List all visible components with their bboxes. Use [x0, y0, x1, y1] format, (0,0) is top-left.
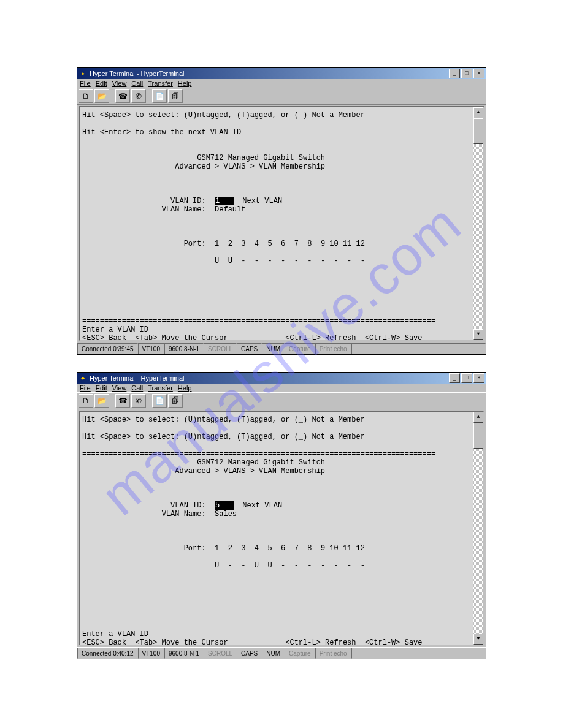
hint-line-2: Hit <Space> to select: (U)ntagged, (T)ag…	[82, 433, 365, 441]
terminal-output[interactable]: Hit <Space> to select: (U)ntagged, (T)ag…	[79, 411, 484, 646]
device-header: GSM712 Managed Gigabit Switch	[197, 154, 325, 162]
menu-view[interactable]: View	[112, 80, 127, 87]
hint-line-2: Hit <Enter> to show the next VLAN ID	[82, 128, 241, 137]
hint-line-1: Hit <Space> to select: (U)ntagged, (T)ag…	[82, 415, 365, 424]
menu-file[interactable]: File	[80, 384, 91, 392]
scroll-up-icon[interactable]: ▲	[473, 107, 483, 118]
menu-file[interactable]: File	[80, 80, 91, 87]
port-label: Port:	[184, 544, 206, 553]
titlebar[interactable]: ✦ Hyper Terminal - HyperTerminal _ □ ×	[77, 373, 486, 384]
menubar: File Edit View Call Transfer Help	[77, 384, 486, 392]
port-label: Port:	[184, 240, 206, 248]
statusbar: Connected 0:39:45 VT100 9600 8-N-1 SCROL…	[77, 343, 486, 354]
minimize-button[interactable]: _	[449, 69, 460, 78]
menu-call[interactable]: Call	[131, 80, 143, 87]
vertical-scrollbar[interactable]: ▲ ▼	[473, 412, 483, 645]
vlan-name-label: VLAN Name:	[162, 510, 206, 518]
menu-help[interactable]: Help	[178, 384, 192, 392]
vlan-id-label: VLAN ID:	[170, 501, 206, 510]
toolbar: 🗋 📂 ☎ ✆ 📄 🗐	[77, 88, 486, 105]
status-port: 9600 8-N-1	[164, 343, 204, 354]
status-scroll: SCROLL	[204, 648, 237, 659]
maximize-button[interactable]: □	[461, 69, 472, 78]
properties-icon[interactable]: 🗐	[168, 89, 183, 103]
titlebar[interactable]: ✦ Hyper Terminal - HyperTerminal _ □ ×	[77, 68, 486, 79]
vlan-name-label: VLAN Name:	[162, 205, 206, 214]
hint-line-1: Hit <Space> to select: (U)ntagged, (T)ag…	[82, 111, 365, 119]
terminal-output[interactable]: Hit <Space> to select: (U)ntagged, (T)ag…	[79, 106, 484, 341]
new-icon[interactable]: 🗋	[79, 89, 93, 103]
vlan-id-field[interactable]: 5	[215, 501, 234, 510]
footer-prompt: Enter a VLAN ID	[82, 630, 148, 639]
breadcrumb: Advanced > VLANS > VLAN Membership	[175, 162, 325, 171]
send-icon[interactable]: 📄	[152, 394, 167, 408]
status-caps: CAPS	[237, 648, 262, 659]
connect-icon[interactable]: ☎	[115, 89, 130, 103]
close-button[interactable]: ×	[473, 69, 484, 78]
scroll-up-icon[interactable]: ▲	[473, 412, 483, 423]
footer-prompt: Enter a VLAN ID	[82, 325, 148, 334]
status-emulation: VT100	[138, 343, 164, 354]
app-icon: ✦	[79, 374, 87, 382]
open-icon[interactable]: 📂	[94, 394, 109, 408]
footer-right: <Ctrl-L> Refresh <Ctrl-W> Save	[285, 639, 422, 646]
status-scroll: SCROLL	[204, 343, 237, 354]
menu-edit[interactable]: Edit	[96, 384, 107, 392]
scroll-thumb[interactable]	[473, 423, 483, 449]
vlan-id-field[interactable]: 1	[215, 197, 234, 205]
new-icon[interactable]: 🗋	[79, 394, 93, 408]
status-emulation: VT100	[138, 648, 164, 659]
hyperterminal-window-0: ✦ Hyper Terminal - HyperTerminal _ □ × F…	[77, 67, 486, 355]
close-button[interactable]: ×	[473, 373, 484, 383]
status-connected: Connected 0:40:12	[77, 648, 138, 659]
port-values[interactable]: U U - - - - - - - - - -	[215, 257, 365, 265]
footer-left: <ESC> Back <Tab> Move the Cursor	[82, 639, 228, 646]
status-capture: Capture	[285, 648, 315, 659]
menu-edit[interactable]: Edit	[96, 80, 107, 87]
menu-view[interactable]: View	[112, 384, 127, 392]
breadcrumb: Advanced > VLANS > VLAN Membership	[175, 467, 325, 476]
scroll-thumb[interactable]	[473, 118, 483, 144]
disconnect-icon[interactable]: ✆	[131, 394, 146, 408]
next-vlan-label: Next VLAN	[242, 501, 282, 510]
toolbar: 🗋 📂 ☎ ✆ 📄 🗐	[77, 392, 486, 409]
port-numbers: 1 2 3 4 5 6 7 8 9 10 11 12	[215, 544, 365, 553]
hyperterminal-window-1: ✦ Hyper Terminal - HyperTerminal _ □ × F…	[77, 372, 486, 659]
vlan-name-value: Default	[215, 205, 245, 214]
port-values[interactable]: U - - U U - - - - - - -	[215, 561, 365, 570]
send-icon[interactable]: 📄	[152, 89, 167, 103]
vlan-name-value: Sales	[215, 510, 237, 518]
scroll-track[interactable]	[473, 118, 483, 329]
scroll-down-icon[interactable]: ▼	[473, 634, 483, 645]
app-icon: ✦	[79, 69, 87, 78]
device-header: GSM712 Managed Gigabit Switch	[197, 458, 325, 467]
status-printecho: Print echo	[315, 648, 351, 659]
vertical-scrollbar[interactable]: ▲ ▼	[473, 107, 483, 340]
open-icon[interactable]: 📂	[94, 89, 109, 103]
status-num: NUM	[262, 648, 285, 659]
footer-right: <Ctrl-L> Refresh <Ctrl-W> Save	[285, 334, 422, 341]
scroll-track[interactable]	[473, 423, 483, 634]
status-num: NUM	[262, 343, 285, 354]
statusbar: Connected 0:40:12 VT100 9600 8-N-1 SCROL…	[77, 647, 486, 659]
page-footer-rule	[77, 677, 486, 677]
status-port: 9600 8-N-1	[164, 648, 204, 659]
menu-transfer[interactable]: Transfer	[148, 80, 173, 87]
next-vlan-label: Next VLAN	[242, 197, 282, 205]
status-capture: Capture	[285, 343, 315, 354]
menu-call[interactable]: Call	[131, 384, 143, 392]
scroll-down-icon[interactable]: ▼	[473, 329, 483, 340]
minimize-button[interactable]: _	[449, 373, 460, 383]
status-connected: Connected 0:39:45	[77, 343, 138, 354]
menubar: File Edit View Call Transfer Help	[77, 79, 486, 88]
status-caps: CAPS	[237, 343, 262, 354]
footer-left: <ESC> Back <Tab> Move the Cursor	[82, 334, 228, 341]
vlan-id-label: VLAN ID:	[170, 197, 206, 205]
menu-help[interactable]: Help	[178, 80, 192, 87]
properties-icon[interactable]: 🗐	[168, 394, 183, 408]
maximize-button[interactable]: □	[461, 373, 472, 383]
disconnect-icon[interactable]: ✆	[131, 89, 146, 103]
menu-transfer[interactable]: Transfer	[148, 384, 173, 392]
window-title: Hyper Terminal - HyperTerminal	[90, 374, 449, 382]
connect-icon[interactable]: ☎	[115, 394, 130, 408]
